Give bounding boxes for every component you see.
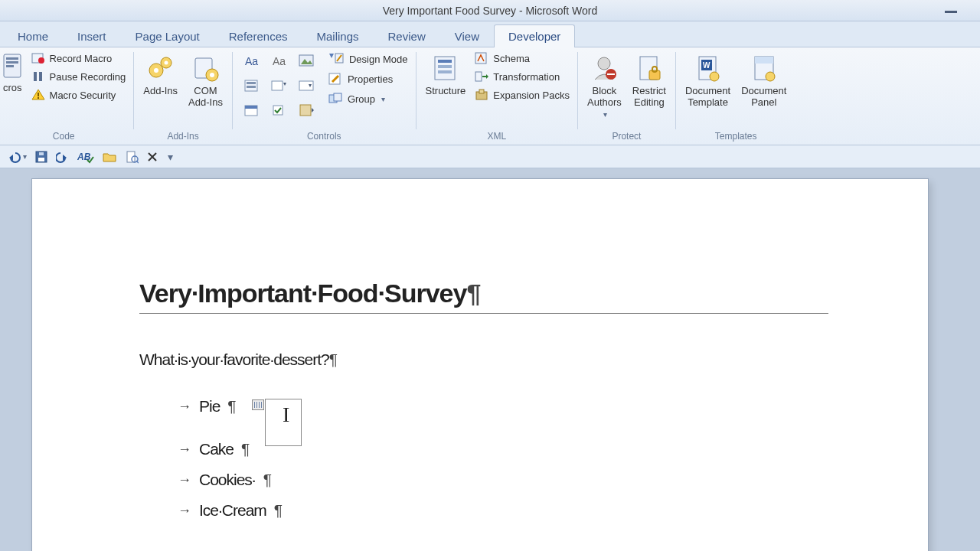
date-picker-control[interactable] [239,99,263,121]
rich-text-control[interactable]: Aa [239,51,263,72]
document-panel-button[interactable]: Document Panel [738,51,789,109]
svg-rect-41 [438,60,452,63]
group-button[interactable]: Group▾ [326,90,410,107]
undo-button[interactable]: ▾ [6,150,27,164]
svg-point-18 [210,73,214,77]
block-authors-button[interactable]: Block Authors▾ [584,51,625,119]
svg-text:Aa: Aa [273,55,286,67]
tab-page-layout[interactable]: Page Layout [121,24,214,47]
checkbox-control[interactable] [266,99,291,121]
svg-rect-64 [38,158,44,161]
macro-security-button[interactable]: Macro Security [30,87,128,103]
restrict-editing-icon [635,54,663,84]
content-control-selection[interactable]: I [265,399,302,446]
design-mode-button[interactable]: Design Mode [326,51,410,67]
svg-point-61 [766,72,775,81]
pause-recording-button[interactable]: Pause Recording [30,69,128,84]
combo-box-control[interactable] [266,75,291,96]
addins-button[interactable]: Add-Ins [140,51,181,97]
workspace: Very·Important·Food·Survey¶ What·is·your… [0,168,980,551]
content-control-handle-icon[interactable] [252,399,264,410]
tab-developer[interactable]: Developer [494,24,575,47]
chevron-down-icon: ▾ [381,95,385,103]
transformation-icon [475,70,488,83]
structure-icon [432,54,459,84]
svg-rect-32 [273,106,283,115]
svg-rect-48 [479,90,484,93]
tab-home[interactable]: Home [3,24,63,47]
svg-rect-10 [38,93,39,96]
chevron-down-icon: ▾ [168,151,173,163]
properties-button[interactable]: Properties [326,70,410,87]
svg-rect-26 [272,81,283,90]
group-xml: Structure Schema Transformation Expansio… [416,47,577,145]
plain-text-control[interactable]: Aa [266,51,291,72]
svg-rect-4 [6,65,14,67]
expansion-packs-button[interactable]: Expansion Packs [473,87,571,103]
svg-point-13 [154,68,158,73]
tab-mailings[interactable]: Mailings [302,24,374,47]
svg-point-6 [38,57,44,64]
ribbon: cros Record Macro Pause Recording Macro … [0,47,980,145]
pilcrow-icon: ¶ [241,440,250,458]
svg-marker-46 [486,74,488,79]
tab-arrow-icon: → [178,442,191,458]
option-list: I →Pie¶ →Cake¶ →Cookies·¶ →Ice·Cream¶ [139,397,821,520]
svg-rect-60 [755,57,773,64]
legacy-tools-control[interactable] [294,99,318,121]
save-button[interactable] [34,150,48,164]
minimize-button[interactable] [943,5,962,14]
ribbon-tabs: Home Insert Page Layout References Maili… [0,21,980,47]
svg-rect-11 [38,97,39,99]
svg-rect-43 [438,70,452,73]
svg-rect-33 [300,105,311,116]
spellcheck-button[interactable]: AB [77,150,94,164]
document-panel-icon [750,54,778,84]
svg-rect-65 [39,152,44,155]
structure-button[interactable]: Structure [423,51,469,97]
svg-rect-28 [299,81,313,90]
tab-review[interactable]: Review [374,24,440,47]
document-template-button[interactable]: W Document Template [682,51,733,109]
qat-customize[interactable]: ▾ [166,151,173,163]
pilcrow-icon: ¶ [274,501,283,520]
svg-marker-27 [283,83,286,86]
group-controls: Aa Aa Design Mode Properties [233,47,416,145]
controls-gallery: Aa Aa [239,51,318,121]
tab-view[interactable]: View [440,24,494,47]
quick-access-toolbar: ▾ AB ▾ [0,145,980,168]
svg-text:Aa: Aa [245,55,258,67]
shield-warning-icon [31,89,45,101]
svg-rect-31 [245,106,257,109]
svg-rect-25 [247,86,256,88]
close-button[interactable] [146,151,158,163]
pilcrow-icon: ¶ [329,350,338,368]
group-icon [328,92,343,106]
tab-insert[interactable]: Insert [63,24,121,47]
restrict-editing-button[interactable]: Restrict Editing [629,51,669,109]
doc-question: What·is·your·favorite·dessert?¶ [139,350,821,370]
svg-rect-8 [39,72,42,81]
text-cursor-icon: I [283,403,289,427]
schema-button[interactable]: Schema [473,51,571,66]
svg-marker-34 [312,108,314,112]
tab-references[interactable]: References [214,24,302,47]
gears-icon [145,54,176,84]
svg-rect-0 [945,11,957,13]
document-page[interactable]: Very·Important·Food·Survey¶ What·is·your… [32,179,928,551]
picture-control[interactable] [294,51,318,72]
transformation-button[interactable]: Transformation [473,69,571,84]
svg-line-70 [136,161,139,163]
schema-icon [475,52,488,64]
record-macro-button[interactable]: Record Macro [30,51,128,66]
redo-button[interactable] [56,150,70,164]
macros-button[interactable]: cros [0,51,25,94]
design-mode-icon [328,52,345,66]
open-button[interactable] [102,151,117,163]
com-addins-button[interactable]: COM Add-Ins [185,51,226,109]
print-preview-button[interactable] [125,150,139,164]
building-block-control[interactable] [239,75,263,96]
dropdown-list-control[interactable] [294,75,318,96]
block-authors-icon [590,54,618,84]
chevron-down-icon: ▾ [603,110,607,119]
